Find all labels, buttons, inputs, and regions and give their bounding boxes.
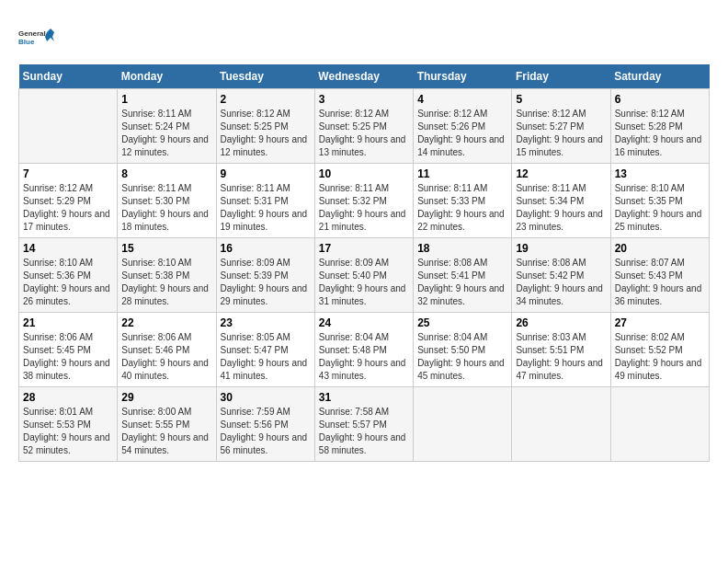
calendar-cell: 23 Sunrise: 8:05 AMSunset: 5:47 PMDaylig…: [216, 313, 314, 387]
day-number: 14: [23, 242, 113, 255]
calendar-table: SundayMondayTuesdayWednesdayThursdayFrid…: [18, 64, 710, 462]
calendar-cell: 26 Sunrise: 8:03 AMSunset: 5:51 PMDaylig…: [512, 313, 610, 387]
week-row-1: 1 Sunrise: 8:11 AMSunset: 5:24 PMDayligh…: [19, 89, 710, 164]
day-info: Sunrise: 8:12 AMSunset: 5:27 PMDaylight:…: [516, 109, 603, 157]
calendar-cell: [19, 89, 118, 164]
day-info: Sunrise: 8:10 AMSunset: 5:36 PMDaylight:…: [23, 258, 110, 306]
day-info: Sunrise: 8:11 AMSunset: 5:24 PMDaylight:…: [121, 109, 209, 157]
day-info: Sunrise: 8:11 AMSunset: 5:32 PMDaylight:…: [319, 183, 406, 232]
header-thursday: Thursday: [414, 64, 512, 89]
day-number: 25: [417, 316, 507, 329]
day-number: 22: [121, 316, 211, 329]
day-info: Sunrise: 8:08 AMSunset: 5:41 PMDaylight:…: [417, 258, 505, 306]
day-number: 8: [121, 167, 211, 180]
day-info: Sunrise: 8:00 AMSunset: 5:55 PMDaylight:…: [121, 407, 209, 455]
calendar-cell: 29 Sunrise: 8:00 AMSunset: 5:55 PMDaylig…: [118, 387, 216, 462]
svg-marker-2: [45, 29, 54, 41]
day-info: Sunrise: 8:04 AMSunset: 5:50 PMDaylight:…: [417, 332, 505, 381]
day-number: 11: [417, 167, 507, 180]
day-number: 19: [516, 242, 606, 255]
day-number: 30: [221, 391, 311, 404]
day-info: Sunrise: 8:11 AMSunset: 5:34 PMDaylight:…: [516, 183, 603, 232]
day-info: Sunrise: 8:09 AMSunset: 5:40 PMDaylight:…: [319, 258, 406, 306]
day-info: Sunrise: 8:11 AMSunset: 5:30 PMDaylight:…: [121, 183, 209, 232]
day-number: 16: [221, 242, 311, 255]
calendar-cell: 19 Sunrise: 8:08 AMSunset: 5:42 PMDaylig…: [512, 238, 610, 313]
calendar-cell: 5 Sunrise: 8:12 AMSunset: 5:27 PMDayligh…: [512, 89, 610, 164]
day-info: Sunrise: 8:10 AMSunset: 5:38 PMDaylight:…: [121, 258, 209, 306]
day-number: 27: [615, 316, 705, 329]
day-info: Sunrise: 8:02 AMSunset: 5:52 PMDaylight:…: [615, 332, 702, 381]
calendar-cell: 3 Sunrise: 8:12 AMSunset: 5:25 PMDayligh…: [314, 89, 413, 164]
logo-svg: General Blue: [18, 18, 55, 55]
day-number: 4: [417, 93, 507, 106]
calendar-cell: 1 Sunrise: 8:11 AMSunset: 5:24 PMDayligh…: [118, 89, 216, 164]
calendar-cell: 22 Sunrise: 8:06 AMSunset: 5:46 PMDaylig…: [118, 313, 216, 387]
calendar-cell: [512, 387, 610, 462]
week-row-5: 28 Sunrise: 8:01 AMSunset: 5:53 PMDaylig…: [19, 387, 710, 462]
day-info: Sunrise: 8:06 AMSunset: 5:45 PMDaylight:…: [23, 332, 110, 381]
week-row-4: 21 Sunrise: 8:06 AMSunset: 5:45 PMDaylig…: [19, 313, 710, 387]
header-monday: Monday: [118, 64, 216, 89]
day-number: 9: [221, 167, 311, 180]
calendar-cell: [414, 387, 512, 462]
calendar-cell: 30 Sunrise: 7:59 AMSunset: 5:56 PMDaylig…: [216, 387, 314, 462]
calendar-cell: 28 Sunrise: 8:01 AMSunset: 5:53 PMDaylig…: [19, 387, 118, 462]
header-saturday: Saturday: [610, 64, 709, 89]
calendar-cell: 12 Sunrise: 8:11 AMSunset: 5:34 PMDaylig…: [512, 164, 610, 238]
day-info: Sunrise: 8:12 AMSunset: 5:26 PMDaylight:…: [417, 109, 505, 157]
header-wednesday: Wednesday: [314, 64, 413, 89]
calendar-cell: 2 Sunrise: 8:12 AMSunset: 5:25 PMDayligh…: [216, 89, 314, 164]
day-info: Sunrise: 8:05 AMSunset: 5:47 PMDaylight:…: [221, 332, 308, 381]
day-number: 1: [121, 93, 211, 106]
header: General Blue: [18, 18, 710, 55]
day-info: Sunrise: 8:07 AMSunset: 5:43 PMDaylight:…: [615, 258, 702, 306]
day-number: 15: [121, 242, 211, 255]
day-info: Sunrise: 8:03 AMSunset: 5:51 PMDaylight:…: [516, 332, 603, 381]
calendar-cell: 14 Sunrise: 8:10 AMSunset: 5:36 PMDaylig…: [19, 238, 118, 313]
day-number: 7: [23, 167, 113, 180]
svg-text:Blue: Blue: [18, 38, 35, 46]
calendar-cell: 8 Sunrise: 8:11 AMSunset: 5:30 PMDayligh…: [118, 164, 216, 238]
day-info: Sunrise: 8:09 AMSunset: 5:39 PMDaylight:…: [221, 258, 308, 306]
logo: General Blue: [18, 18, 55, 55]
calendar-cell: 16 Sunrise: 8:09 AMSunset: 5:39 PMDaylig…: [216, 238, 314, 313]
calendar-cell: 17 Sunrise: 8:09 AMSunset: 5:40 PMDaylig…: [314, 238, 413, 313]
day-number: 24: [319, 316, 409, 329]
day-info: Sunrise: 8:11 AMSunset: 5:31 PMDaylight:…: [221, 183, 308, 232]
calendar-cell: 25 Sunrise: 8:04 AMSunset: 5:50 PMDaylig…: [414, 313, 512, 387]
calendar-cell: 21 Sunrise: 8:06 AMSunset: 5:45 PMDaylig…: [19, 313, 118, 387]
day-info: Sunrise: 8:01 AMSunset: 5:53 PMDaylight:…: [23, 407, 110, 455]
day-number: 29: [121, 391, 211, 404]
day-number: 26: [516, 316, 606, 329]
calendar-cell: 24 Sunrise: 8:04 AMSunset: 5:48 PMDaylig…: [314, 313, 413, 387]
header-tuesday: Tuesday: [216, 64, 314, 89]
day-info: Sunrise: 8:12 AMSunset: 5:25 PMDaylight:…: [221, 109, 308, 157]
calendar-cell: 10 Sunrise: 8:11 AMSunset: 5:32 PMDaylig…: [314, 164, 413, 238]
header-sunday: Sunday: [19, 64, 118, 89]
day-number: 13: [615, 167, 705, 180]
day-number: 12: [516, 167, 606, 180]
day-number: 31: [319, 391, 409, 404]
day-number: 21: [23, 316, 113, 329]
calendar-cell: 7 Sunrise: 8:12 AMSunset: 5:29 PMDayligh…: [19, 164, 118, 238]
day-number: 5: [516, 93, 606, 106]
calendar-cell: 15 Sunrise: 8:10 AMSunset: 5:38 PMDaylig…: [118, 238, 216, 313]
day-info: Sunrise: 7:58 AMSunset: 5:57 PMDaylight:…: [319, 407, 406, 455]
week-row-2: 7 Sunrise: 8:12 AMSunset: 5:29 PMDayligh…: [19, 164, 710, 238]
day-info: Sunrise: 8:06 AMSunset: 5:46 PMDaylight:…: [121, 332, 209, 381]
day-info: Sunrise: 8:12 AMSunset: 5:28 PMDaylight:…: [615, 109, 702, 157]
calendar-cell: 4 Sunrise: 8:12 AMSunset: 5:26 PMDayligh…: [414, 89, 512, 164]
day-number: 17: [319, 242, 409, 255]
day-info: Sunrise: 8:11 AMSunset: 5:33 PMDaylight:…: [417, 183, 505, 232]
day-info: Sunrise: 8:08 AMSunset: 5:42 PMDaylight:…: [516, 258, 603, 306]
day-number: 20: [615, 242, 705, 255]
calendar-cell: 31 Sunrise: 7:58 AMSunset: 5:57 PMDaylig…: [314, 387, 413, 462]
calendar-header-row: SundayMondayTuesdayWednesdayThursdayFrid…: [19, 64, 710, 89]
day-info: Sunrise: 8:10 AMSunset: 5:35 PMDaylight:…: [615, 183, 702, 232]
calendar-cell: 18 Sunrise: 8:08 AMSunset: 5:41 PMDaylig…: [414, 238, 512, 313]
calendar-cell: [610, 387, 709, 462]
day-info: Sunrise: 7:59 AMSunset: 5:56 PMDaylight:…: [221, 407, 308, 455]
day-number: 10: [319, 167, 409, 180]
calendar-cell: 27 Sunrise: 8:02 AMSunset: 5:52 PMDaylig…: [610, 313, 709, 387]
